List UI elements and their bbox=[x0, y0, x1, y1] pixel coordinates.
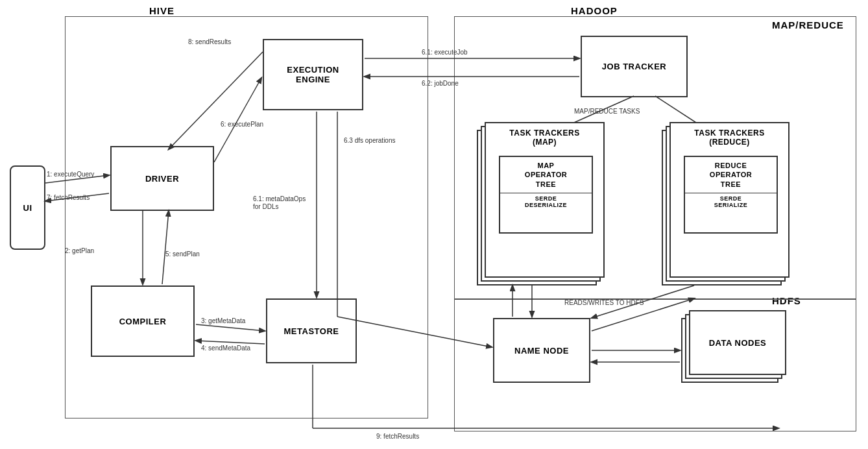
task-trackers-map-group: TASK TRACKERS(MAP) MAPOPERATORTREE SERDE… bbox=[477, 130, 597, 285]
metastore-box: METASTORE bbox=[266, 298, 357, 363]
data-nodes-group: DATA NODES bbox=[681, 318, 778, 383]
hdfs-divider bbox=[454, 298, 856, 300]
driver-box: DRIVER bbox=[110, 146, 214, 211]
hive-region bbox=[65, 16, 428, 419]
architecture-diagram: HIVE HADOOP MAP/REDUCE HDFS UI DRIVER CO… bbox=[0, 0, 868, 449]
svg-text:9: fetchResults: 9: fetchResults bbox=[376, 433, 419, 440]
hadoop-label: HADOOP bbox=[571, 5, 618, 16]
task-trackers-reduce-group: TASK TRACKERS(REDUCE) REDUCEOPERATORTREE… bbox=[662, 130, 782, 285]
job-tracker-box: JOB TRACKER bbox=[581, 36, 688, 97]
compiler-box: COMPILER bbox=[91, 285, 195, 357]
hive-label: HIVE bbox=[149, 5, 175, 16]
name-node-box: NAME NODE bbox=[493, 318, 590, 383]
ui-box: UI bbox=[10, 165, 45, 250]
execution-engine-box: EXECUTION ENGINE bbox=[263, 39, 363, 110]
